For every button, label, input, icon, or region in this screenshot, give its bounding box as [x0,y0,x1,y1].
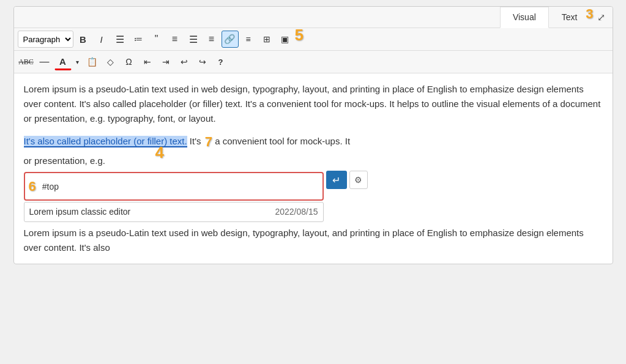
link-url-input[interactable] [41,179,319,194]
toolbar-row1: Paragraph Heading 1 Heading 2 Heading 3 … [14,28,613,51]
paragraph-bottom-text: Lorem ipsum is a pseudo-Latin text used … [24,228,584,253]
tab-text-label: Text [562,12,578,22]
align-center-button[interactable]: ☰ [185,31,202,48]
bold-button[interactable]: B [75,31,92,48]
annotation-5: 5 [295,26,304,45]
tab-bar: Visual Text 3 ⤢ [14,7,613,28]
unordered-list-button[interactable]: ☰ [111,31,129,48]
indent-button[interactable]: ⇥ [157,53,174,70]
tab-visual-label: Visual [513,12,536,22]
more-toolbar-button[interactable]: ≡ [240,31,257,48]
toolbar-row2: ABC — A ▾ 📋 ◇ Ω ⇤ ⇥ ↩ ↪ ? [14,51,613,73]
outdent-button[interactable]: ⇤ [139,53,156,70]
special-char-button[interactable]: Ω [121,53,138,70]
align-right-button[interactable]: ≡ [203,31,220,48]
paragraph-bottom: Lorem ipsum is a pseudo-Latin text used … [24,226,603,255]
editor-container: Visual Text 3 ⤢ Paragraph Heading 1 Head… [13,6,613,264]
text-color-dropdown-button[interactable]: ▾ [73,53,83,70]
rest-of-line: a convenient tool for mock-ups. It [215,136,350,146]
hr-button[interactable]: — [36,53,53,70]
paragraph-format-select[interactable]: Paragraph Heading 1 Heading 2 Heading 3 [18,31,73,48]
annotation-4: 4 [155,140,164,166]
blockquote-button[interactable]: " [148,31,165,48]
italic-button[interactable]: I [93,31,110,48]
wp-block-button[interactable]: ▣ [277,31,294,48]
expand-icon[interactable]: ⤢ [597,12,605,23]
paste-word-button[interactable]: 📋 [84,53,101,70]
redo-button[interactable]: ↪ [194,53,211,70]
annotation-3: 3 [586,6,593,22]
tab-visual[interactable]: Visual [500,7,549,28]
link-button[interactable]: 🔗 [222,31,239,48]
link-settings-button[interactable]: ⚙ [349,171,368,189]
ordered-list-button[interactable]: ≔ [130,31,147,48]
paragraph2-with-selection: It's also called placeholder (or filler)… [24,131,603,152]
partial-line-text: or presentation, e.g. [24,155,105,166]
autocomplete-date: 2022/08/15 [275,205,318,218]
annotation-6: 6 [29,176,36,197]
editor-content[interactable]: 4 Lorem ipsum is a pseudo-Latin text use… [14,73,613,264]
partial-line: or presentation, e.g. [24,154,603,168]
link-submit-button[interactable]: ↵ [326,171,347,189]
autocomplete-dropdown[interactable]: Lorem ipsum classic editor 2022/08/15 [24,202,324,221]
paragraph1: Lorem ipsum is a pseudo-Latin text used … [24,82,603,126]
text-color-button[interactable]: A [54,53,72,70]
paragraph1-text: Lorem ipsum is a pseudo-Latin text used … [24,84,601,124]
after-selected: It's [187,136,201,146]
annotation-7: 7 [205,134,212,149]
tab-text[interactable]: Text 3 [549,7,591,28]
table-button[interactable]: ⊞ [258,31,275,48]
undo-button[interactable]: ↩ [176,53,193,70]
autocomplete-title: Lorem ipsum classic editor [29,205,131,218]
strikethrough-button[interactable]: ABC [18,53,35,70]
clear-format-button[interactable]: ◇ [102,53,119,70]
link-input-popup: 6 [24,172,324,201]
align-left-button[interactable]: ≡ [166,31,184,48]
help-button[interactable]: ? [212,53,229,70]
